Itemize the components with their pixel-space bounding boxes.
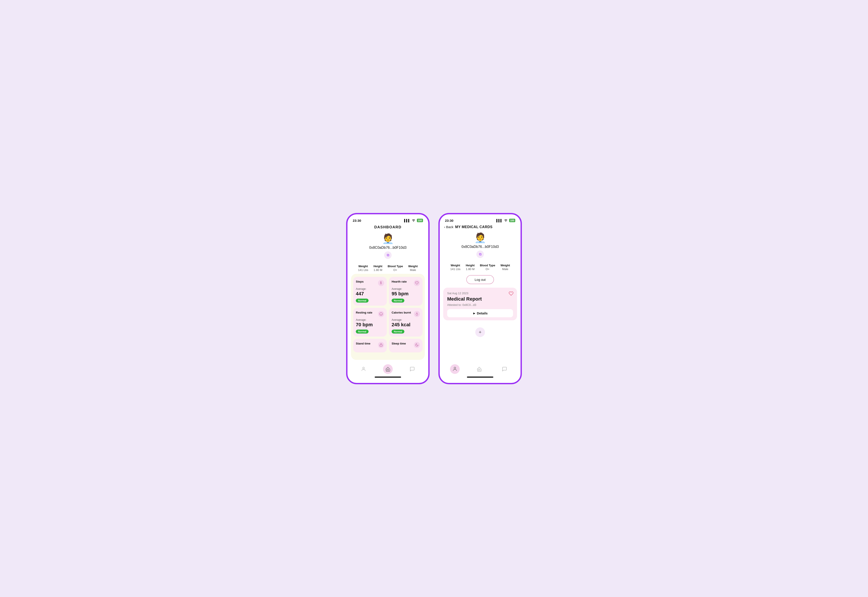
svg-point-3	[454, 367, 456, 369]
med-status-icons: ▌▌▌ 100	[496, 219, 515, 223]
stats-row: Weight 141 Lbs Height 1.80 M Blood Type …	[351, 264, 425, 272]
med-bottom-nav	[443, 362, 517, 375]
back-chevron: ‹	[444, 225, 445, 229]
sleep-time-title: Sleep time	[392, 342, 406, 345]
nav-home[interactable]	[383, 364, 393, 374]
details-button[interactable]: ► Details	[447, 309, 513, 317]
cards-grid: Steps Average: 447 Normal Hearth ra	[353, 277, 422, 337]
med-nav-profile[interactable]	[450, 364, 460, 374]
dashboard-phone: 23:30 ▌▌▌ 100 DASHBOARD 🧑‍💼 0x8C0aDb76..…	[346, 213, 430, 384]
sleep-time-card: Sleep time	[389, 339, 422, 352]
med-status-bar: 23:30 ▌▌▌ 100	[443, 219, 517, 225]
med-wallet-address: 0x8C0aDb76...b0F10d3	[461, 245, 499, 249]
bottom-nav	[351, 362, 425, 375]
med-stats-row: Weight 141 Lbs Height 1.80 M Blood Type …	[443, 264, 517, 271]
signal-icon: ▌▌▌	[404, 219, 410, 222]
med-stat-weight: Weight 141 Lbs	[450, 264, 460, 271]
cards-area: Steps Average: 447 Normal Hearth ra	[351, 274, 425, 360]
stand-time-icon	[378, 342, 384, 348]
med-page-title: MY MEDICAL CARDS	[455, 225, 492, 229]
back-label: Back	[446, 225, 453, 229]
svg-rect-1	[380, 345, 382, 346]
calories-badge: Normal	[392, 330, 404, 334]
steps-title: Steps	[356, 280, 364, 283]
svg-point-2	[363, 367, 364, 369]
wallet-address: 0x8C0aDb76...b0F10d3	[369, 246, 407, 249]
resting-rate-badge: Normal	[356, 330, 369, 334]
heart-rate-title: Hearth rate	[392, 280, 407, 283]
resting-rate-value: 70 bpm	[356, 322, 384, 328]
wifi-icon	[412, 219, 416, 223]
resting-rate-icon	[378, 311, 384, 317]
status-bar: 23:30 ▌▌▌ 100	[351, 219, 425, 225]
phones-container: 23:30 ▌▌▌ 100 DASHBOARD 🧑‍💼 0x8C0aDb76..…	[346, 213, 522, 384]
med-home-indicator	[467, 377, 493, 378]
stand-time-card: Stand time	[353, 339, 387, 352]
heart-rate-icon	[414, 280, 420, 286]
heart-rate-badge: Normal	[392, 298, 404, 303]
med-card-attested: Attested to: 0x8C0...d3	[447, 303, 513, 306]
back-header: ‹ Back MY MEDICAL CARDS	[443, 225, 517, 229]
steps-card: Steps Average: 447 Normal	[353, 277, 387, 306]
avatar: 🧑‍💼	[382, 233, 394, 244]
med-avatar-section: 🧑‍💼 0x8C0aDb76...b0F10d3 ⧉	[443, 232, 517, 258]
med-card-date: Sat Aug 12 2023	[447, 292, 513, 295]
copy-button[interactable]: ⧉	[384, 251, 392, 259]
med-status-time: 23:30	[445, 219, 453, 223]
med-stat-height: Height 1.80 M	[466, 264, 474, 271]
calories-value: 245 kcal	[392, 322, 420, 328]
heart-rate-card: Hearth rate Average: 95 bpm Normal	[389, 277, 422, 306]
back-button[interactable]: ‹ Back	[444, 225, 453, 229]
sleep-time-icon	[414, 342, 420, 348]
dashboard-title: DASHBOARD	[351, 225, 425, 229]
steps-icon	[378, 280, 384, 286]
med-card-title: Medical Report	[447, 296, 513, 302]
medical-report-card: Sat Aug 12 2023 Medical Report Attested …	[443, 288, 517, 320]
steps-badge: Normal	[356, 298, 369, 303]
med-nav-chat[interactable]	[499, 365, 510, 373]
calories-card: Calories burnt Average: 245 kcal Normal	[389, 308, 422, 337]
med-battery-badge: 100	[509, 219, 515, 222]
avatar-section: 🧑‍💼 0x8C0aDb76...b0F10d3 ⧉	[351, 233, 425, 259]
stat-blood-type: Blood Type O+	[388, 264, 403, 272]
steps-value: 447	[356, 291, 384, 297]
heart-rate-value: 95 bpm	[392, 291, 420, 297]
med-wifi-icon	[504, 219, 508, 223]
med-stat-blood-type: Blood Type O+	[480, 264, 495, 271]
stat-height: Height 1.80 M	[373, 264, 382, 272]
add-fab-button[interactable]: +	[475, 327, 485, 337]
status-time: 23:30	[353, 219, 361, 223]
medical-cards-phone: 23:30 ▌▌▌ 100 ‹ Back MY MEDICAL CARDS 🧑‍…	[438, 213, 522, 384]
resting-rate-card: Resting rate Average: 70 bpm Normal	[353, 308, 387, 337]
resting-rate-title: Resting rate	[356, 311, 372, 314]
med-stat-gender: Weight Male	[501, 264, 510, 271]
battery-badge: 100	[417, 219, 423, 222]
med-signal-icon: ▌▌▌	[496, 219, 502, 222]
stat-weight: Weight 141 Lbs	[358, 264, 368, 272]
bottom-cards-grid: Stand time Sleep time	[353, 339, 422, 352]
stand-time-title: Stand time	[356, 342, 370, 345]
heart-rate-avg: Average:	[392, 287, 420, 291]
logout-button[interactable]: Log out	[466, 275, 494, 284]
calories-title: Calories burnt	[392, 311, 411, 314]
calories-icon	[414, 311, 420, 317]
med-card-heart-icon	[509, 291, 514, 297]
med-avatar: 🧑‍💼	[474, 232, 486, 244]
med-nav-home[interactable]	[474, 365, 485, 373]
steps-avg-label: Average:	[356, 287, 384, 291]
med-copy-button[interactable]: ⧉	[476, 251, 484, 258]
calories-avg: Average:	[392, 318, 420, 321]
svg-point-0	[379, 312, 382, 315]
resting-rate-avg: Average:	[356, 318, 384, 321]
nav-profile[interactable]	[358, 365, 369, 373]
stat-gender: Weight Male	[408, 264, 418, 272]
nav-chat[interactable]	[407, 365, 418, 373]
home-indicator	[375, 377, 401, 378]
status-icons: ▌▌▌ 100	[404, 219, 423, 223]
